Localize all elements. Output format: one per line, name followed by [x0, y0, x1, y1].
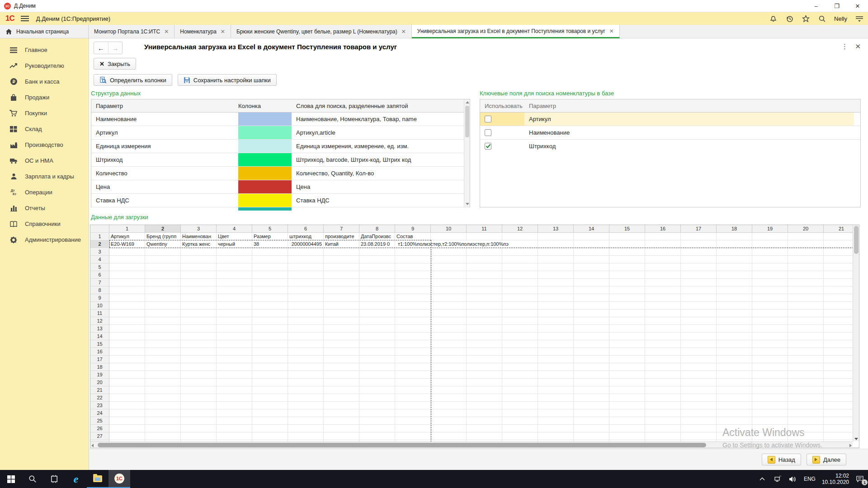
grid-cell[interactable]	[502, 302, 538, 310]
grid-cell[interactable]	[109, 333, 145, 340]
grid-cell[interactable]	[645, 394, 681, 402]
grid-cell[interactable]	[431, 348, 467, 356]
structure-row-3[interactable]: ШтрихкодШтрихкод, barcode, Штрих-код, Шт…	[91, 153, 470, 167]
grid-cell[interactable]	[145, 325, 181, 333]
grid-cell[interactable]	[788, 379, 824, 386]
grid-cell[interactable]	[288, 409, 324, 417]
grid-cell[interactable]	[467, 271, 502, 279]
grid-cell[interactable]	[645, 248, 681, 256]
service-menu-icon[interactable]	[855, 14, 863, 23]
grid-cell[interactable]	[288, 333, 324, 340]
grid-cell[interactable]: 20000004495	[288, 240, 324, 248]
grid-cell[interactable]	[395, 379, 431, 386]
grid-cell[interactable]	[217, 409, 252, 417]
sidebar-item-6[interactable]: Производство	[0, 137, 89, 153]
grid-cell[interactable]	[288, 271, 324, 279]
grid-cell[interactable]	[538, 363, 574, 371]
grid-cell[interactable]	[717, 348, 752, 356]
grid-col-header-12[interactable]: 12	[502, 225, 538, 233]
grid-cell[interactable]: Наименован	[181, 233, 217, 240]
grid-cell[interactable]	[359, 248, 395, 256]
grid-row-header-26[interactable]: 26	[90, 425, 109, 432]
grid-cell[interactable]: 38	[252, 240, 288, 248]
grid-cell[interactable]	[645, 371, 681, 379]
key-field-row-1[interactable]: Наименование	[480, 126, 860, 140]
grid-cell[interactable]	[252, 271, 288, 279]
grid-cell[interactable]	[252, 302, 288, 310]
grid-cell[interactable]	[788, 286, 824, 294]
grid-cell[interactable]	[788, 356, 824, 363]
grid-cell[interactable]	[788, 256, 824, 263]
grid-cell[interactable]	[252, 394, 288, 402]
grid-cell[interactable]	[681, 233, 717, 240]
grid-cell[interactable]	[681, 356, 717, 363]
grid-cell[interactable]	[395, 333, 431, 340]
checkbox-checked-icon[interactable]	[485, 143, 491, 150]
grid-row-header-17[interactable]: 17	[90, 356, 109, 363]
grid-col-header-18[interactable]: 18	[717, 225, 752, 233]
grid-cell[interactable]	[288, 279, 324, 286]
grid-cell[interactable]	[681, 379, 717, 386]
grid-cell[interactable]	[145, 409, 181, 417]
tray-chevron-icon[interactable]	[758, 474, 767, 483]
grid-cell[interactable]	[681, 325, 717, 333]
grid-cell[interactable]	[681, 256, 717, 263]
grid-cell[interactable]	[502, 432, 538, 440]
grid-cell[interactable]	[574, 340, 609, 348]
grid-cell[interactable]: E20-W169	[109, 240, 145, 248]
grid-cell[interactable]	[574, 356, 609, 363]
grid-cell[interactable]	[645, 271, 681, 279]
grid-cell[interactable]	[359, 417, 395, 425]
grid-cell[interactable]	[502, 340, 538, 348]
grid-cell[interactable]	[538, 356, 574, 363]
grid-cell[interactable]	[574, 363, 609, 371]
grid-cell[interactable]	[538, 233, 574, 240]
history-icon[interactable]	[785, 14, 793, 23]
grid-cell[interactable]	[717, 325, 752, 333]
grid-cell[interactable]	[717, 256, 752, 263]
grid-cell[interactable]	[538, 310, 574, 317]
grid-row-header-1[interactable]: 1	[90, 233, 109, 240]
grid-cell[interactable]	[252, 286, 288, 294]
current-user[interactable]: Nelly	[834, 15, 847, 22]
grid-cell[interactable]	[645, 432, 681, 440]
tab-4[interactable]: Универсальная загрузка из Excel в докуме…	[412, 25, 620, 38]
grid-cell[interactable]	[395, 263, 431, 271]
grid-cell[interactable]	[395, 348, 431, 356]
grid-cell[interactable]	[752, 271, 788, 279]
sidebar-item-0[interactable]: Главное	[0, 42, 89, 58]
grid-cell[interactable]	[467, 263, 502, 271]
grid-cell[interactable]: ДатаПроизвс	[359, 233, 395, 240]
grid-cell[interactable]	[752, 348, 788, 356]
close-button[interactable]: ✕ Закрыть	[94, 58, 136, 70]
grid-cell[interactable]	[538, 417, 574, 425]
grid-cell[interactable]	[609, 333, 645, 340]
grid-cell[interactable]	[681, 310, 717, 317]
grid-col-header-5[interactable]: 5	[252, 225, 288, 233]
grid-cell[interactable]	[217, 348, 252, 356]
grid-cell[interactable]: Артикул	[109, 233, 145, 240]
checkbox-unchecked-icon[interactable]	[485, 116, 491, 122]
1c-app-taskbar-icon[interactable]: 1С	[108, 470, 130, 488]
network-icon[interactable]	[773, 474, 782, 483]
grid-cell[interactable]	[288, 402, 324, 409]
grid-col-header-13[interactable]: 13	[538, 225, 574, 233]
grid-cell[interactable]	[145, 402, 181, 409]
grid-cell[interactable]	[502, 333, 538, 340]
grid-cell[interactable]	[467, 233, 502, 240]
grid-cell[interactable]	[467, 432, 502, 440]
grid-cell[interactable]	[752, 386, 788, 394]
grid-cell[interactable]	[324, 263, 359, 271]
nav-back-button[interactable]: ←	[94, 42, 108, 54]
grid-cell[interactable]	[217, 394, 252, 402]
next-button[interactable]: Далее	[807, 454, 846, 465]
grid-cell[interactable]	[609, 279, 645, 286]
grid-col-header-2[interactable]: 2	[145, 225, 181, 233]
grid-cell[interactable]	[217, 317, 252, 325]
grid-cell[interactable]	[217, 386, 252, 394]
scroll-up-icon[interactable]	[466, 101, 469, 103]
grid-cell[interactable]	[574, 294, 609, 302]
grid-cell[interactable]	[502, 317, 538, 325]
more-options-icon[interactable]: ⋮	[841, 42, 848, 51]
grid-cell[interactable]	[359, 333, 395, 340]
